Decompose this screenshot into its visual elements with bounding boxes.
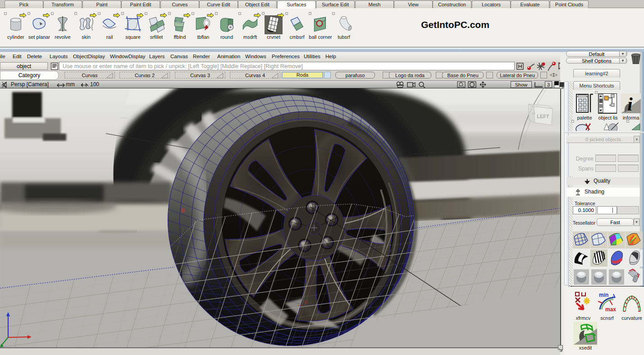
svg-text:i: i bbox=[627, 94, 633, 114]
svg-text:LEFT: LEFT bbox=[537, 114, 549, 119]
svg-text:14: 14 bbox=[531, 111, 535, 115]
svg-text:max: max bbox=[605, 306, 616, 313]
svg-text:min: min bbox=[599, 292, 608, 298]
